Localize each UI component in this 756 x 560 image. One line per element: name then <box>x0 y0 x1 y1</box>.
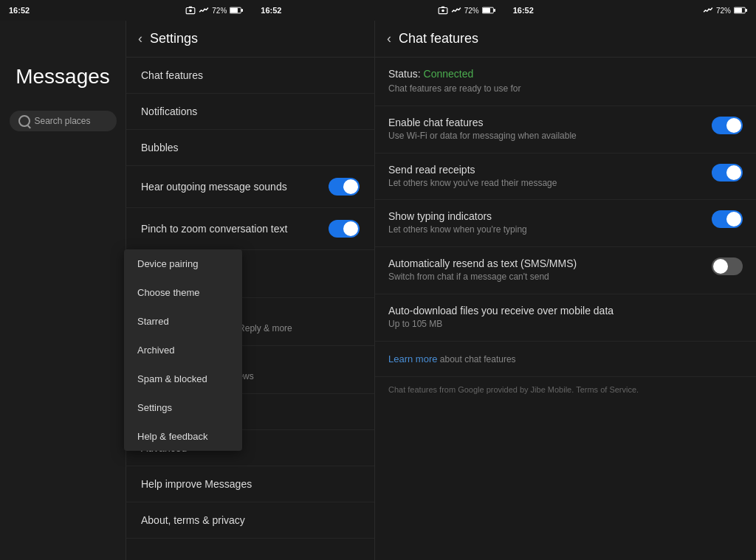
chat-item-status: Status: Connected Chat features are read… <box>375 58 756 106</box>
dropdown-item-archived[interactable]: Archived <box>124 336 242 364</box>
icons-2: 72% <box>438 5 495 15</box>
settings-item-bubbles[interactable]: Bubbles <box>126 130 374 166</box>
chat-item-resend-text: Automatically resend as text (SMS/MMS) S… <box>388 257 704 283</box>
panel-chat: ‹ Chat features Status: Connected Chat f… <box>375 21 756 560</box>
main-container: Messages Search places Device pairing Ch… <box>0 21 756 560</box>
dropdown-item-settings[interactable]: Settings <box>124 393 242 422</box>
svg-rect-12 <box>746 9 747 12</box>
chat-item-enable-row: Enable chat features Use Wi-Fi or data f… <box>388 117 743 142</box>
settings-title: Settings <box>150 31 198 46</box>
svg-rect-8 <box>482 8 489 13</box>
settings-item-about[interactable]: About, terms & privacy <box>126 502 374 539</box>
time-2: 16:52 <box>261 6 281 15</box>
dropdown-menu: Device pairing Choose theme Starred Arch… <box>124 249 242 451</box>
panel-messages: Messages Search places Device pairing Ch… <box>0 21 126 560</box>
svg-rect-9 <box>494 9 495 12</box>
chat-item-resend[interactable]: Automatically resend as text (SMS/MMS) S… <box>375 247 756 294</box>
chat-item-enable-text: Enable chat features Use Wi-Fi or data f… <box>388 117 704 142</box>
status-segment-2: 16:52 72% <box>252 0 504 21</box>
settings-item-help-improve[interactable]: Help improve Messages <box>126 466 374 502</box>
settings-item-hear-sounds[interactable]: Hear outgoing message sounds <box>126 166 374 208</box>
chat-item-typing-row: Show typing indicators Let others know w… <box>388 210 743 236</box>
toggle-typing-knob <box>726 212 741 227</box>
dropdown-item-device-pairing[interactable]: Device pairing <box>124 249 242 278</box>
status-segment-3: 16:52 72% <box>504 0 756 21</box>
dropdown-item-starred[interactable]: Starred <box>124 307 242 336</box>
status-segment-1: 16:52 72% <box>0 0 252 21</box>
icons-1: 72% <box>185 5 243 15</box>
chat-item-typing-text: Show typing indicators Let others know w… <box>388 210 704 236</box>
settings-item-pinch-zoom-row: Pinch to zoom conversation text <box>141 220 360 238</box>
toggle-enable-chat-knob <box>726 118 741 133</box>
chat-item-read-receipts[interactable]: Send read receipts Let others know you'v… <box>375 153 756 201</box>
chat-footer: Chat features from Google provided by Ji… <box>375 377 756 403</box>
status-bar: 16:52 72% 16:52 72% 16:52 72% <box>0 0 756 21</box>
status-line: Status: Connected <box>388 68 743 80</box>
dropdown-item-help-feedback[interactable]: Help & feedback <box>124 422 242 451</box>
chat-header-title: Chat features <box>399 31 478 46</box>
chat-header: ‹ Chat features <box>375 21 756 58</box>
settings-item-hear-sounds-row: Hear outgoing message sounds <box>141 178 360 196</box>
chat-item-read-receipts-row: Send read receipts Let others know you'v… <box>388 164 743 190</box>
messages-title: Messages <box>16 65 110 89</box>
learn-more-link[interactable]: Learn more <box>388 353 437 364</box>
chat-item-resend-row: Automatically resend as text (SMS/MMS) S… <box>388 257 743 283</box>
search-box[interactable]: Search places <box>10 111 117 131</box>
chat-item-typing[interactable]: Show typing indicators Let others know w… <box>375 200 756 247</box>
time-1: 16:52 <box>9 6 30 15</box>
chat-item-read-receipts-text: Send read receipts Let others know you'v… <box>388 164 704 190</box>
chat-list: Status: Connected Chat features are read… <box>375 58 756 560</box>
toggle-read-receipts[interactable] <box>712 164 743 182</box>
dropdown-item-choose-theme[interactable]: Choose theme <box>124 278 242 307</box>
settings-item-notifications[interactable]: Notifications <box>126 94 374 130</box>
chat-item-enable[interactable]: Enable chat features Use Wi-Fi or data f… <box>375 106 756 153</box>
toggle-hear-sounds[interactable] <box>329 178 360 196</box>
chat-back-button[interactable]: ‹ <box>387 31 391 46</box>
svg-point-6 <box>441 10 444 12</box>
settings-header: ‹ Settings <box>126 21 374 58</box>
search-icon <box>18 115 30 127</box>
toggle-typing[interactable] <box>712 210 743 228</box>
svg-rect-11 <box>735 8 742 13</box>
dropdown-item-spam-blocked[interactable]: Spam & blocked <box>124 364 242 393</box>
icons-3: 72% <box>703 7 747 15</box>
toggle-read-receipts-knob <box>726 165 741 180</box>
chat-item-learn-more[interactable]: Learn more about chat features <box>375 342 756 377</box>
toggle-resend[interactable] <box>712 257 743 275</box>
toggle-resend-knob <box>713 259 728 274</box>
toggle-pinch-zoom[interactable] <box>329 220 360 238</box>
settings-item-chat-features[interactable]: Chat features <box>126 58 374 94</box>
toggle-hear-sounds-knob <box>343 179 358 194</box>
svg-point-1 <box>190 10 193 12</box>
chat-item-autodownload[interactable]: Auto-download files you receive over mob… <box>375 294 756 342</box>
search-placeholder: Search places <box>35 116 91 126</box>
settings-back-button[interactable]: ‹ <box>138 31 142 46</box>
settings-item-pinch-zoom[interactable]: Pinch to zoom conversation text <box>126 208 374 250</box>
toggle-enable-chat[interactable] <box>712 117 743 134</box>
toggle-pinch-zoom-knob <box>343 221 358 236</box>
svg-rect-4 <box>241 9 243 12</box>
svg-rect-3 <box>230 8 238 13</box>
time-3: 16:52 <box>513 6 534 15</box>
